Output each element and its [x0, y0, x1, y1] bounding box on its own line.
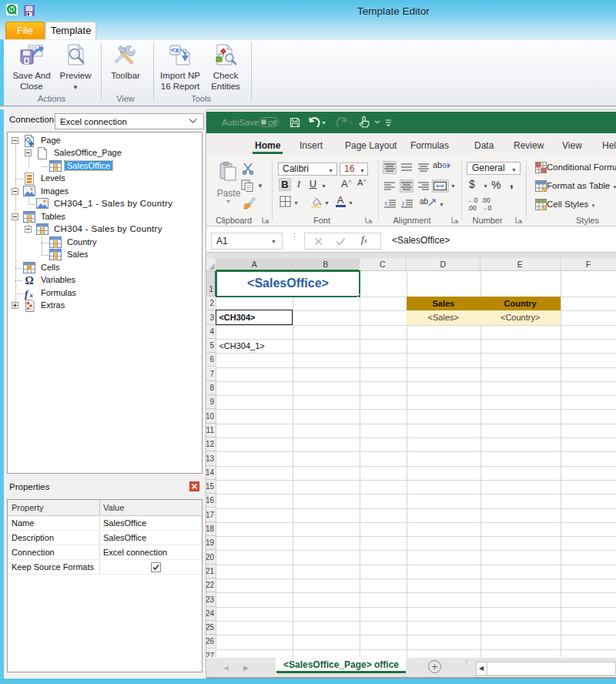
svg-text:f: f [25, 287, 29, 299]
svg-text:<x: <x [171, 46, 179, 54]
svg-text:x: x [29, 291, 34, 299]
svg-text:Ω: Ω [25, 275, 33, 287]
